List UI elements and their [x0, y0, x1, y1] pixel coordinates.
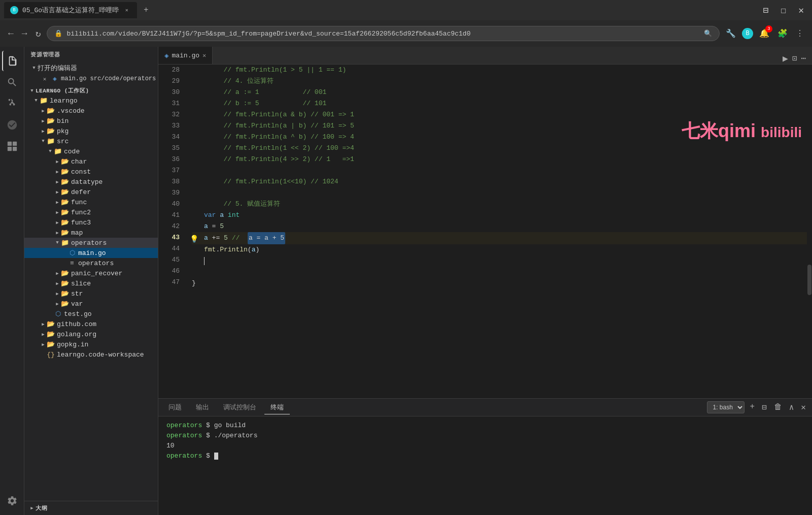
menu-icon[interactable]: ⋮ [794, 26, 806, 41]
tree-item[interactable]: ▶ 📂 bin [24, 116, 158, 126]
maximize-panel-icon[interactable]: ∧ [787, 401, 796, 413]
tree-item[interactable]: ▶ 📂 char [24, 156, 158, 167]
code-line: // fmt.Println(a ^ b) // 100 => 4 [192, 132, 807, 143]
folder-icon: 📂 [47, 340, 55, 348]
code-token: // fmt.Println(1<<10) // 1024 [192, 176, 339, 187]
tree-item[interactable]: ▼ 📁 src [24, 136, 158, 146]
tree-item-label: map [71, 229, 83, 237]
code-line [192, 255, 807, 267]
notifications-icon[interactable]: 🔔3 [757, 26, 771, 41]
close-file-icon[interactable]: ✕ [41, 75, 49, 83]
tree-item[interactable]: ▶ 📂 func3 [24, 217, 158, 228]
tab-close-btn[interactable]: ✕ [123, 6, 131, 14]
folder-arrow-icon: ▼ [54, 240, 61, 245]
remote-explorer-icon[interactable] [2, 115, 22, 135]
tree-item[interactable]: ▶ 📂 slice [24, 278, 158, 288]
tree-item[interactable]: ▶ 📂 github.com [24, 319, 158, 329]
folder-icon: 📂 [61, 168, 69, 176]
source-control-icon[interactable] [2, 93, 22, 114]
folder-arrow-icon: ▼ [40, 139, 47, 144]
split-terminal-icon[interactable]: ⊟ [760, 401, 769, 413]
folder-icon: 📂 [61, 300, 69, 308]
forward-btn[interactable]: → [20, 26, 29, 41]
new-tab-button[interactable]: + [139, 3, 153, 17]
tree-item[interactable]: ▶ 📂 datatype [24, 177, 158, 187]
tree-item[interactable]: ▶ 📂 func2 [24, 207, 158, 217]
tab-close-icon[interactable]: ✕ [202, 52, 206, 59]
editor-area: ◈ main.go ✕ ▶ ⊡ ⋯ 七米qimi bilibili 28 29 [158, 47, 812, 515]
tree-item[interactable]: ⬡ test.go [24, 309, 158, 319]
code-line: // fmt.Println(1<<10) // 1024 [192, 176, 807, 187]
code-content[interactable]: // fmt.Println(1 > 5 || 1 == 1) // 4. 位运… [184, 65, 807, 398]
tree-item-label: bin [57, 117, 69, 125]
code-line: // fmt.Println(4 >> 2) // 1 =>1 [192, 154, 807, 165]
tab-terminal[interactable]: 终端 [264, 401, 290, 414]
delete-terminal-icon[interactable]: 🗑 [772, 401, 784, 413]
play-icon[interactable]: ▶ [783, 53, 788, 64]
folder-arrow-icon: ▶ [54, 200, 61, 205]
folder-arrow-icon: ▼ [32, 98, 40, 103]
tree-item[interactable]: ▶ 📂 gopkg.in [24, 339, 158, 349]
close-btn[interactable]: ✕ [794, 3, 808, 18]
folder-icon: 📂 [61, 218, 69, 227]
tree-item[interactable]: ▼ 📁 code [24, 146, 158, 156]
tree-item-label: operators [71, 239, 107, 247]
close-panel-icon[interactable]: ✕ [799, 401, 808, 413]
folder-arrow-icon: ▶ [40, 118, 47, 124]
open-editors-section[interactable]: ▼ 打开的编辑器 [24, 62, 158, 74]
files-icon[interactable] [2, 51, 22, 71]
tab-problems[interactable]: 问题 [162, 401, 188, 414]
extensions-icon[interactable]: 🔧 [724, 26, 738, 41]
reload-btn[interactable]: ↻ [33, 26, 43, 41]
svg-rect-2 [7, 147, 11, 151]
maximize-btn[interactable]: ☐ [776, 3, 790, 18]
code-editor[interactable]: 28 29 30 31 32 33 34 35 36 37 38 39 40 4… [158, 65, 812, 398]
settings-icon[interactable] [2, 491, 22, 511]
back-btn[interactable]: ← [6, 26, 16, 41]
tree-item-operators-bin[interactable]: ≡ operators [24, 258, 158, 268]
profile-icon[interactable]: B [742, 28, 753, 39]
split-editor-icon[interactable]: ⊡ [792, 53, 797, 63]
tree-item[interactable]: ▶ 📂 str [24, 288, 158, 299]
search-icon[interactable] [2, 72, 22, 92]
tree-item-label: .vscode [57, 107, 85, 115]
tree-item-label: func [71, 199, 87, 206]
folder-arrow-icon: ▶ [54, 291, 61, 297]
browser-tab[interactable]: B 05_Go语言基础之运算符_哔哩哔 ✕ [4, 2, 137, 18]
code-token: // fmt.Println(a | b) // 101 => 5 [192, 120, 354, 132]
add-terminal-icon[interactable]: + [748, 401, 757, 413]
tree-item[interactable]: ▼ 📁 learngo [24, 95, 158, 106]
tree-item-label: datatype [71, 178, 103, 186]
tree-item[interactable]: ▶ 📂 defer [24, 187, 158, 197]
light-bulb-icon[interactable]: 💡 [190, 234, 198, 245]
more-actions-icon[interactable]: ⋯ [801, 53, 806, 63]
tab-output[interactable]: 输出 [190, 401, 215, 414]
tree-item[interactable]: ▶ 📂 panic_recover [24, 268, 158, 278]
tree-item[interactable]: {} learngo.code-workspace [24, 349, 158, 360]
tree-item-operators[interactable]: ▼ 📁 operators [24, 238, 158, 248]
address-bar[interactable]: 🔒 bilibili.com/video/BV1ZJ411W7jG/?p=5&s… [47, 26, 720, 41]
tree-item-main-go[interactable]: ⬡ main.go [24, 248, 158, 258]
extensions-icon[interactable] [2, 136, 22, 156]
outline-section[interactable]: ▶ 大纲 [24, 501, 158, 515]
workspace-section[interactable]: ▼ LEARNGO (工作区) [24, 86, 158, 95]
open-file-item[interactable]: ✕ ◈ main.go src/code/operators [24, 74, 158, 84]
folder-icon: 📁 [40, 96, 48, 105]
code-line: // a := 1 // 001 [192, 87, 807, 98]
minimize-btn[interactable]: ⊟ [759, 3, 772, 18]
tree-item[interactable]: ▶ 📂 golang.org [24, 329, 158, 339]
tree-item[interactable]: ▶ 📂 func [24, 197, 158, 207]
tree-item[interactable]: ▶ 📂 pkg [24, 126, 158, 136]
puzzle-icon[interactable]: 🧩 [775, 26, 790, 41]
scrollbar-thumb[interactable] [807, 265, 811, 295]
tree-item[interactable]: ▶ 📂 const [24, 167, 158, 177]
tree-item[interactable]: ▶ 📂 map [24, 228, 158, 238]
vertical-scrollbar[interactable] [807, 65, 812, 398]
tree-item[interactable]: ▶ 📂 .vscode [24, 106, 158, 116]
editor-tab-main-go[interactable]: ◈ main.go ✕ [158, 47, 213, 64]
terminal-content[interactable]: operators $ go build operators $ ./opera… [158, 416, 812, 515]
tab-debug-console[interactable]: 调试控制台 [217, 401, 262, 414]
terminal-selector[interactable]: 1: bash [707, 401, 745, 413]
folder-icon: 📂 [47, 117, 55, 125]
tree-item[interactable]: ▶ 📂 var [24, 299, 158, 309]
